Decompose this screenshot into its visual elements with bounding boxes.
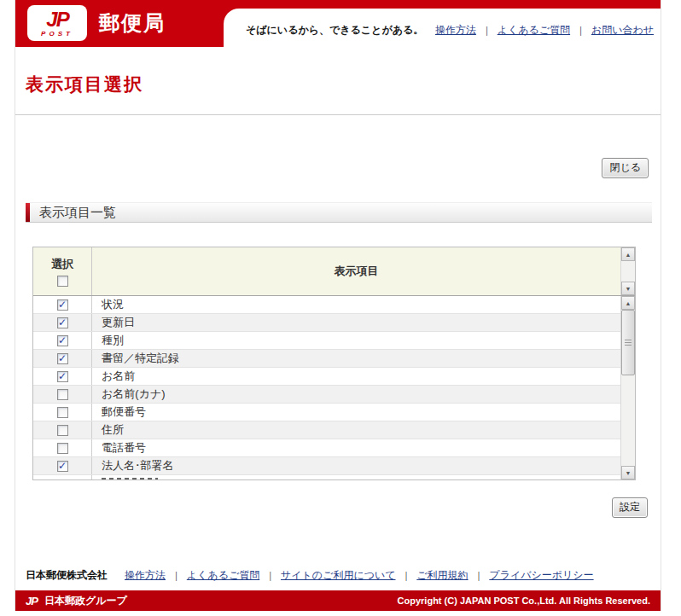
- row-label: 電話番号: [92, 439, 620, 456]
- section-red-bar-icon: [26, 203, 30, 222]
- jp-post-logo-icon: JP POST: [27, 5, 87, 41]
- brand-name: 郵便局: [99, 9, 166, 37]
- row-checkbox[interactable]: ✓: [57, 353, 68, 364]
- table-body: ✓状況✓更新日✓種別✓書留／特定記録✓お名前お名前(カナ)郵便番号住所電話番号✓…: [33, 296, 620, 479]
- row-label: 状況: [92, 296, 620, 313]
- page-title: 表示項目選択: [26, 73, 661, 96]
- table-header: 選択 表示項目 ▲ ▼: [33, 247, 635, 296]
- footer-links-row: 日本郵便株式会社 操作方法｜よくあるご質問｜サイトのご利用について｜ご利用規約｜…: [15, 567, 661, 583]
- link-separator: ｜: [172, 570, 181, 580]
- row-label: 種別: [92, 332, 620, 349]
- item-column-header: 表示項目: [92, 247, 620, 295]
- row-select-cell: ✓: [33, 314, 92, 331]
- row-checkbox[interactable]: ✓: [57, 371, 68, 382]
- footer-link-3[interactable]: サイトのご利用について: [281, 569, 396, 581]
- submit-row: 設定: [15, 497, 661, 516]
- scrollbar-thumb[interactable]: [621, 310, 635, 375]
- row-select-cell: ✓: [33, 332, 92, 349]
- jp-post-logo: JP POST 郵便局: [27, 5, 166, 41]
- header-links: 操作方法｜よくあるご質問｜お問い合わせ: [435, 23, 654, 38]
- row-select-cell: [33, 439, 92, 456]
- scroll-down-icon[interactable]: ▼: [621, 282, 635, 295]
- row-checkbox[interactable]: ✓: [57, 335, 68, 346]
- set-button[interactable]: 設定: [612, 497, 648, 518]
- select-column-header: 選択: [33, 247, 92, 295]
- row-checkbox[interactable]: [57, 425, 68, 436]
- row-select-cell: [33, 386, 92, 403]
- group-name: 日本郵政グループ: [44, 594, 127, 608]
- table-row: ✓状況: [33, 296, 620, 314]
- table-row: ✓種別: [33, 332, 620, 350]
- scrollbar-track[interactable]: [621, 261, 635, 282]
- row-label: 更新日: [92, 314, 620, 331]
- row-label: 住所: [92, 421, 620, 439]
- link-separator: ｜: [265, 570, 275, 580]
- scroll-up-icon[interactable]: ▲: [621, 296, 635, 310]
- footer-link-2[interactable]: よくあるご質問: [187, 569, 259, 581]
- header-white-panel: そばにいるから、できることがある。 操作方法｜よくあるご質問｜お問い合わせ: [224, 9, 661, 47]
- row-select-cell: ✓: [33, 368, 92, 385]
- row-label: 法人名･部署名: [92, 457, 620, 474]
- table-body-wrap: ✓状況✓更新日✓種別✓書留／特定記録✓お名前お名前(カナ)郵便番号住所電話番号✓…: [33, 296, 635, 479]
- row-label: [92, 475, 620, 479]
- footer-bar: JP 日本郵政グループ Copyright (C) JAPAN POST Co.…: [15, 590, 661, 611]
- tagline: そばにいるから、できることがある。: [246, 23, 423, 38]
- select-all-checkbox[interactable]: [57, 276, 68, 287]
- row-select-cell: ✓: [33, 296, 92, 313]
- link-separator: ｜: [402, 570, 411, 580]
- header-link-1[interactable]: 操作方法: [435, 24, 476, 36]
- section-header: 表示項目一覧: [26, 202, 652, 223]
- row-checkbox[interactable]: [57, 443, 68, 454]
- page-container: JP POST 郵便局 そばにいるから、できることがある。 操作方法｜よくあるご…: [15, 0, 661, 611]
- row-checkbox[interactable]: ✓: [57, 299, 68, 311]
- footer-link-5[interactable]: プライバシーポリシー: [489, 569, 593, 581]
- table-row: ✓お名前: [33, 368, 620, 386]
- close-button[interactable]: 閉じる: [602, 158, 649, 178]
- link-separator: ｜: [482, 25, 492, 35]
- display-items-table: 選択 表示項目 ▲ ▼ ✓状況✓更新日✓種別✓書留／特定記録✓お名前お名前(カナ…: [32, 247, 636, 480]
- logo-post-text: POST: [41, 31, 73, 38]
- footer-link-4[interactable]: ご利用規約: [416, 569, 468, 581]
- table-row: 郵便番号: [33, 404, 620, 421]
- row-checkbox[interactable]: [57, 389, 68, 400]
- header-link-3[interactable]: お問い合わせ: [591, 24, 654, 36]
- row-label: お名前(カナ): [92, 386, 620, 403]
- row-label: 郵便番号: [92, 404, 620, 421]
- scroll-down-icon[interactable]: ▼: [621, 466, 635, 479]
- copyright: Copyright (C) JAPAN POST Co.,Ltd. All Ri…: [398, 596, 650, 606]
- logo-jp-text: JP: [46, 9, 67, 30]
- table-row: ✓更新日: [33, 314, 620, 332]
- scroll-up-icon[interactable]: ▲: [621, 247, 635, 261]
- row-select-cell: ✓: [33, 350, 92, 367]
- row-checkbox[interactable]: [57, 407, 68, 418]
- title-area: 表示項目選択: [15, 47, 661, 115]
- table-row: お名前(カナ): [33, 386, 620, 404]
- company-name: 日本郵便株式会社: [26, 568, 108, 583]
- thumb-grip-icon: [625, 340, 632, 346]
- table-row: 住所: [33, 421, 620, 439]
- body-scrollbar: ▲ ▼: [620, 296, 635, 479]
- table-row: ✓書留／特定記録: [33, 350, 620, 368]
- close-row: 閉じる: [15, 158, 661, 177]
- site-header: JP POST 郵便局 そばにいるから、できることがある。 操作方法｜よくあるご…: [15, 0, 661, 47]
- row-select-cell: [33, 475, 92, 479]
- clipped-table-row: [33, 475, 620, 479]
- scrollbar-track[interactable]: [621, 375, 635, 466]
- jp-logo-icon: JP: [26, 595, 38, 607]
- select-column-label: 選択: [51, 257, 73, 272]
- row-label: 書留／特定記録: [92, 350, 620, 367]
- table-row: ✓法人名･部署名: [33, 457, 620, 475]
- header-scrollbar: ▲ ▼: [620, 247, 635, 295]
- link-separator: ｜: [576, 25, 585, 35]
- row-checkbox[interactable]: ✓: [57, 317, 68, 328]
- link-separator: ｜: [474, 570, 484, 580]
- header-link-2[interactable]: よくあるご質問: [498, 24, 570, 36]
- table-row: 電話番号: [33, 439, 620, 457]
- row-checkbox[interactable]: ✓: [57, 461, 68, 472]
- row-label: お名前: [92, 368, 620, 385]
- row-select-cell: ✓: [33, 457, 92, 474]
- row-select-cell: [33, 421, 92, 439]
- row-select-cell: [33, 404, 92, 421]
- footer-link-1[interactable]: 操作方法: [125, 569, 166, 581]
- footer-links: 操作方法｜よくあるご質問｜サイトのご利用について｜ご利用規約｜プライバシーポリシ…: [125, 568, 594, 583]
